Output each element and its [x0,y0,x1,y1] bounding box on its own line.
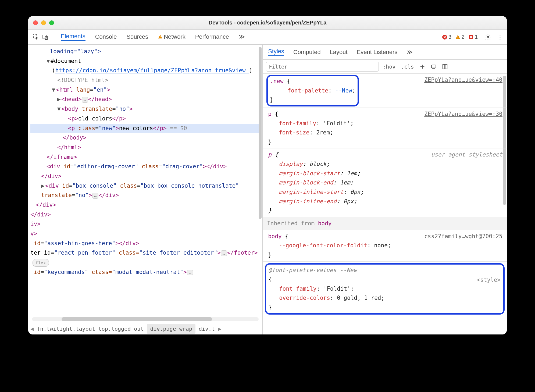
highlight-box: .new { font-palette: --New; } [266,75,359,106]
style-rule[interactable]: css2?family…wght@700:25 body { --google-… [263,230,507,262]
styles-sidebar: Styles Computed Layout Event Listeners ≫… [263,45,507,334]
breadcrumb: ◀ )n.twilight.layout-top.logged-out div.… [28,323,262,334]
rule-source-link[interactable]: <style> [477,275,501,285]
window-title: DevTools - codepen.io/sofiayem/pen/ZEPpY… [28,20,507,26]
main-toolbar: Elements Console Sources Network Perform… [28,30,507,45]
minimize-icon[interactable] [41,20,46,25]
dom-line[interactable]: ▼#document [30,56,261,66]
rule-source-link[interactable]: ZEPpYLa?ano…ue&view=:30 [424,109,502,119]
dom-line[interactable]: </div> [30,210,261,220]
cls-toggle[interactable]: .cls [401,63,414,70]
sidebar-tabs: Styles Computed Layout Event Listeners ≫ [263,45,507,60]
rule-source-ua: user agent stylesheet [431,150,502,159]
titlebar: DevTools - codepen.io/sofiayem/pen/ZEPpY… [28,16,507,30]
new-style-rule-icon[interactable] [419,64,425,70]
at-rule-header: @font-palette-values --New [268,266,501,275]
iframe-url-link[interactable]: https://cdpn.io/sofiayem/fullpage/ZEPpYL… [55,67,249,74]
dom-line[interactable]: ▶<head>…</head> [30,95,261,104]
breadcrumb-item[interactable]: )n.twilight.layout-top.logged-out [34,324,147,334]
dom-line[interactable]: </iframe> [30,152,261,162]
ellipsis-icon[interactable]: … [221,250,227,256]
dom-line[interactable]: <p>old colors</p> [30,114,261,124]
crash-count[interactable]: 1 [468,34,478,40]
tab-console[interactable]: Console [95,33,117,41]
dom-line[interactable]: <div id="editor-drag-cover" class="drag-… [30,162,261,172]
tab-sources[interactable]: Sources [126,33,148,41]
elements-panel: loading="lazy"> ▼#document (https://cdpn… [28,45,263,334]
svg-rect-4 [160,38,160,38]
dom-line[interactable]: v> [30,229,261,239]
flex-badge[interactable]: flex [33,259,49,267]
breadcrumb-scroll-right-icon[interactable]: ▶ [218,326,221,332]
scrollbar-vertical[interactable] [259,47,262,219]
dom-tree[interactable]: loading="lazy"> ▼#document (https://cdpn… [28,45,262,316]
tab-styles[interactable]: Styles [268,48,284,56]
highlight-box: <style> @font-palette-values --New { fon… [265,263,505,315]
divider [52,33,52,41]
dom-line[interactable]: <!DOCTYPE html> [30,76,261,85]
svg-rect-13 [443,64,444,69]
content-area: loading="lazy"> ▼#document (https://cdpn… [28,45,507,334]
svg-rect-12 [431,65,436,68]
dom-line[interactable]: (https://cdpn.io/sofiayem/fullpage/ZEPpY… [30,66,261,76]
tab-more[interactable]: ≫ [239,33,245,41]
kebab-menu-icon[interactable]: ⋮ [497,34,503,41]
dom-line[interactable]: id="keycommands" class="modal modal-neut… [30,268,261,277]
error-count[interactable]: 3 [442,34,451,40]
close-icon[interactable] [33,20,38,25]
device-toggle-icon[interactable] [41,33,49,41]
ellipsis-icon[interactable]: … [187,270,193,275]
rendering-emulations-icon[interactable] [431,64,437,70]
svg-rect-7 [458,38,458,38]
style-rule-ua[interactable]: user agent stylesheet p { display: block… [263,148,507,217]
hov-toggle[interactable]: :hov [383,63,395,70]
breadcrumb-item-selected[interactable]: div.page-wrap [147,324,195,334]
styles-toolbar: :hov .cls [263,60,507,74]
dom-line[interactable]: iv> [30,219,261,229]
computed-styles-toggle-icon[interactable] [442,64,448,70]
dom-line[interactable]: </body> [30,133,261,143]
styles-filter-input[interactable] [266,62,379,72]
svg-rect-6 [458,36,458,37]
devtools-window: DevTools - codepen.io/sofiayem/pen/ZEPpY… [28,16,507,334]
rule-source-link[interactable]: ZEPpYLa?ano…ue&view=:40 [424,75,502,85]
dom-line[interactable]: loading="lazy"> [30,47,261,56]
tab-event-listeners[interactable]: Event Listeners [357,49,398,56]
dom-line[interactable]: ▼<body translate="no"> [30,104,261,114]
styles-rules[interactable]: ZEPpYLa?ano…ue&view=:40 .new { font-pale… [263,74,507,334]
dom-line[interactable]: ter id="react-pen-footer" class="site-fo… [30,248,261,267]
svg-point-9 [487,36,489,38]
issue-counts[interactable]: 3 2 1 [442,34,478,40]
style-rule[interactable]: ZEPpYLa?ano…ue&view=:40 .new { font-pale… [263,74,507,108]
tab-network[interactable]: Network [158,33,186,41]
ellipsis-icon[interactable]: … [92,193,99,198]
warning-count[interactable]: 2 [455,34,465,40]
inspect-icon[interactable] [32,33,40,41]
breadcrumb-scroll-left-icon[interactable]: ◀ [30,326,34,332]
dom-line[interactable]: ▶<div id="box-console" class="box box-co… [30,181,261,200]
tab-performance[interactable]: Performance [195,33,229,41]
svg-rect-14 [445,64,447,69]
dom-line[interactable]: </html> [30,143,261,152]
tab-computed[interactable]: Computed [293,49,321,56]
dom-line[interactable]: </div> [30,172,261,181]
tab-layout[interactable]: Layout [330,49,348,56]
style-rule[interactable]: ZEPpYLa?ano…ue&view=:30 p { font-family:… [263,108,507,149]
settings-gear-icon[interactable] [484,33,492,41]
traffic-lights [33,20,54,25]
svg-rect-3 [160,36,160,37]
dom-line[interactable]: id="asset-bin-goes-here"></div> [30,239,261,248]
breadcrumb-item[interactable]: div.l [195,324,218,334]
scrollbar-horizontal[interactable] [32,317,259,321]
dom-line[interactable]: ▼<html lang="en"> [30,85,261,95]
scrollbar-thumb[interactable] [62,317,212,321]
dom-selected-node[interactable]: <p class="new">new colors</p> == $0 [30,124,261,133]
inherited-separator: Inherited from body [263,217,507,230]
rule-source-link[interactable]: css2?family…wght@700:25 [424,232,502,241]
tab-more[interactable]: ≫ [406,49,413,56]
tab-elements[interactable]: Elements [61,33,85,41]
zoom-icon[interactable] [49,20,54,25]
ellipsis-icon[interactable]: … [82,97,88,102]
panel-tabs: Elements Console Sources Network Perform… [61,30,245,44]
dom-line[interactable]: </div> [30,200,261,210]
